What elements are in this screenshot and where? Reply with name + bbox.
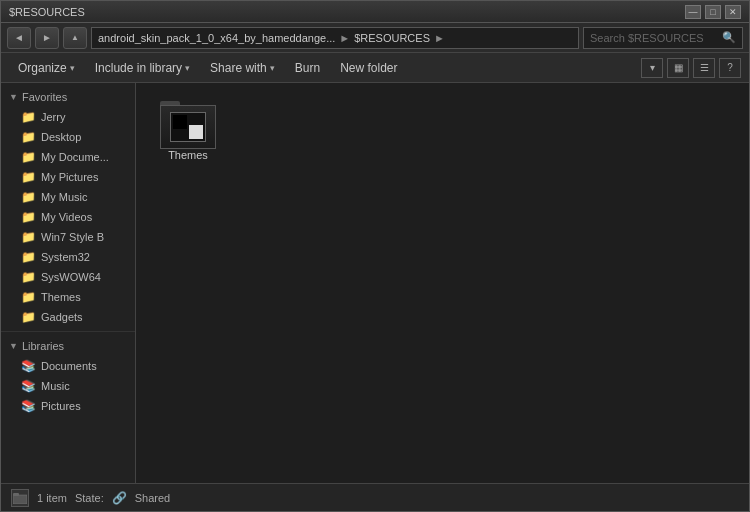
include-dropdown-icon: ▾: [185, 63, 190, 73]
sidebar-item-system32[interactable]: 📁 System32: [1, 247, 135, 267]
folder-icon: 📁: [21, 150, 36, 164]
themes-folder-icon: [160, 101, 216, 149]
address-bar: ◄ ► ▲ android_skin_pack_1_0_x64_by_hamed…: [1, 23, 749, 53]
sidebar-item-label: System32: [41, 251, 90, 263]
sidebar-favorites-header[interactable]: ▼ Favorites: [1, 87, 135, 107]
window: $RESOURCES — □ ✕ ◄ ► ▲ android_skin_pack…: [0, 0, 750, 512]
folder-icon: 📁: [21, 190, 36, 204]
address-path[interactable]: android_skin_pack_1_0_x64_by_hameddange.…: [91, 27, 579, 49]
sidebar-item-themes[interactable]: 📁 Themes: [1, 287, 135, 307]
favorites-chevron-icon: ▼: [9, 92, 18, 102]
status-count: 1 item: [37, 492, 67, 504]
sidebar-item-label: SysWOW64: [41, 271, 101, 283]
search-box[interactable]: Search $RESOURCES 🔍: [583, 27, 743, 49]
libraries-chevron-icon: ▼: [9, 341, 18, 351]
svg-rect-0: [13, 495, 27, 504]
shared-icon: 🔗: [112, 491, 127, 505]
sidebar-libraries-label: Libraries: [22, 340, 64, 352]
back-button[interactable]: ◄: [7, 27, 31, 49]
organize-dropdown-icon: ▾: [70, 63, 75, 73]
maximize-button[interactable]: □: [705, 5, 721, 19]
folder-icon: 📁: [21, 270, 36, 284]
up-button[interactable]: ▲: [63, 27, 87, 49]
library-icon: 📚: [21, 379, 36, 393]
close-button[interactable]: ✕: [725, 5, 741, 19]
status-shared-label: Shared: [135, 492, 170, 504]
sidebar-item-label: Themes: [41, 291, 81, 303]
sidebar-favorites-section: ▼ Favorites 📁 Jerry 📁 Desktop 📁 My Docum…: [1, 87, 135, 327]
minimize-button[interactable]: —: [685, 5, 701, 19]
sidebar-item-jerry[interactable]: 📁 Jerry: [1, 107, 135, 127]
sidebar-item-documents[interactable]: 📚 Documents: [1, 356, 135, 376]
sidebar-favorites-label: Favorites: [22, 91, 67, 103]
toolbar-right: ▾ ▦ ☰ ?: [641, 58, 741, 78]
sidebar-item-syswow64[interactable]: 📁 SysWOW64: [1, 267, 135, 287]
window-title: $RESOURCES: [9, 6, 85, 18]
folder-icon: 📁: [21, 250, 36, 264]
sidebar-item-label: Music: [41, 380, 70, 392]
search-icon: 🔍: [722, 31, 736, 44]
folder-icon: 📁: [21, 290, 36, 304]
forward-button[interactable]: ►: [35, 27, 59, 49]
sidebar-item-desktop[interactable]: 📁 Desktop: [1, 127, 135, 147]
organize-button[interactable]: Organize ▾: [9, 57, 84, 79]
sidebar-item-label: My Pictures: [41, 171, 98, 183]
title-bar: $RESOURCES — □ ✕: [1, 1, 749, 23]
toolbar: Organize ▾ Include in library ▾ Share wi…: [1, 53, 749, 83]
sidebar-item-label: Documents: [41, 360, 97, 372]
sidebar-item-mypictures[interactable]: 📁 My Pictures: [1, 167, 135, 187]
status-bar: 1 item State: 🔗 Shared: [1, 483, 749, 511]
library-icon: 📚: [21, 359, 36, 373]
file-item-label: Themes: [168, 149, 208, 161]
share-dropdown-icon: ▾: [270, 63, 275, 73]
main-content: ▼ Favorites 📁 Jerry 📁 Desktop 📁 My Docum…: [1, 83, 749, 483]
window-controls: — □ ✕: [685, 5, 741, 19]
sidebar-item-pictures[interactable]: 📚 Pictures: [1, 396, 135, 416]
sidebar-item-label: My Music: [41, 191, 87, 203]
path-part1: android_skin_pack_1_0_x64_by_hameddange.…: [98, 32, 335, 44]
file-item-themes[interactable]: Themes: [148, 95, 228, 167]
status-state-label: State:: [75, 492, 104, 504]
sidebar-item-label: Jerry: [41, 111, 65, 123]
sidebar-divider: [1, 331, 135, 332]
status-folder-icon: [11, 489, 29, 507]
burn-button[interactable]: Burn: [286, 57, 329, 79]
sidebar-item-music[interactable]: 📚 Music: [1, 376, 135, 396]
path-sep2: ►: [434, 32, 445, 44]
sidebar-item-gadgets[interactable]: 📁 Gadgets: [1, 307, 135, 327]
folder-icon: 📁: [21, 130, 36, 144]
sidebar-item-label: My Docume...: [41, 151, 109, 163]
folder-icon: 📁: [21, 230, 36, 244]
folder-icon: 📁: [21, 310, 36, 324]
sidebar-item-label: Win7 Style B: [41, 231, 104, 243]
path-sep1: ►: [339, 32, 350, 44]
sidebar-item-label: Pictures: [41, 400, 81, 412]
library-icon: 📚: [21, 399, 36, 413]
sidebar: ▼ Favorites 📁 Jerry 📁 Desktop 📁 My Docum…: [1, 83, 136, 483]
help-button[interactable]: ?: [719, 58, 741, 78]
svg-rect-1: [13, 493, 19, 496]
search-placeholder: Search $RESOURCES: [590, 32, 704, 44]
sidebar-libraries-header[interactable]: ▼ Libraries: [1, 336, 135, 356]
path-part2: $RESOURCES: [354, 32, 430, 44]
folder-icon: 📁: [21, 210, 36, 224]
new-folder-button[interactable]: New folder: [331, 57, 406, 79]
folder-icon: 📁: [21, 110, 36, 124]
sidebar-item-label: My Videos: [41, 211, 92, 223]
share-with-button[interactable]: Share with ▾: [201, 57, 284, 79]
view-grid-button[interactable]: ▦: [667, 58, 689, 78]
file-area: Themes: [136, 83, 749, 483]
sidebar-item-label: Desktop: [41, 131, 81, 143]
sidebar-item-win7style[interactable]: 📁 Win7 Style B: [1, 227, 135, 247]
view-extra-button[interactable]: ▾: [641, 58, 663, 78]
view-list-button[interactable]: ☰: [693, 58, 715, 78]
sidebar-item-mymusic[interactable]: 📁 My Music: [1, 187, 135, 207]
folder-icon: 📁: [21, 170, 36, 184]
sidebar-libraries-section: ▼ Libraries 📚 Documents 📚 Music 📚 Pictur…: [1, 336, 135, 416]
include-in-library-button[interactable]: Include in library ▾: [86, 57, 199, 79]
sidebar-item-myvideos[interactable]: 📁 My Videos: [1, 207, 135, 227]
sidebar-item-label: Gadgets: [41, 311, 83, 323]
sidebar-item-mydocuments[interactable]: 📁 My Docume...: [1, 147, 135, 167]
